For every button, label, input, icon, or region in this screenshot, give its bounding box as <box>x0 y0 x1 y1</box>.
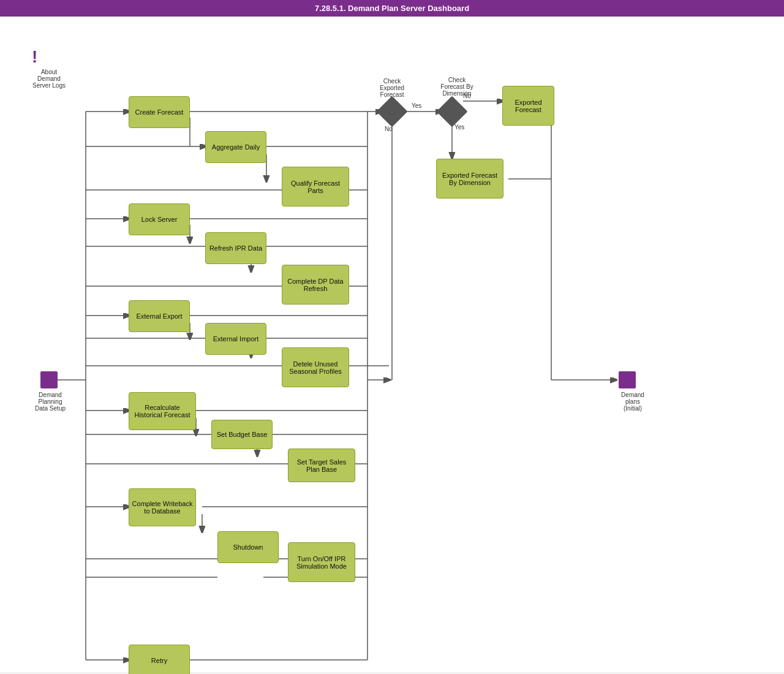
retry-box[interactable]: Retry <box>129 645 190 674</box>
exported-forecast-box[interactable]: Exported Forecast <box>502 86 554 126</box>
complete-writeback-box[interactable]: Complete Writeback to Database <box>129 488 196 526</box>
recalculate-historical-forecast-box[interactable]: Recalculate Historical Forecast <box>129 392 196 430</box>
exported-forecast-by-dimension-box[interactable]: Exported Forecast By Dimension <box>436 159 503 199</box>
title-text: 7.28.5.1. Demand Plan Server Dashboard <box>315 4 469 13</box>
demand-planning-data-setup-node <box>40 371 58 388</box>
demand-plans-initial-node <box>619 371 636 388</box>
demand-planning-data-setup-label: DemandPlanningData Setup <box>26 392 75 412</box>
external-export-box[interactable]: External Export <box>129 300 190 332</box>
yes-label-2: Yes <box>454 124 464 131</box>
check-exported-forecast-diamond <box>377 96 408 127</box>
no-label-2: No <box>385 126 393 132</box>
set-budget-base-box[interactable]: Set Budget Base <box>211 420 273 449</box>
about-icon: ! <box>32 47 37 67</box>
set-target-sales-plan-base-box[interactable]: Set Target Sales Plan Base <box>288 449 355 482</box>
no-label-1: No <box>463 93 471 99</box>
turn-on-off-ipr-simulation-mode-box[interactable]: Turn On/Off IPR Simulation Mode <box>288 542 355 582</box>
demand-plans-initial-label: Demandplans(Initial) <box>608 392 657 412</box>
delete-unused-seasonal-profiles-box[interactable]: Detele Unused Seasonal Profiles <box>282 347 349 387</box>
shutdown-box[interactable]: Shutdown <box>217 531 279 563</box>
refresh-ipr-data-box[interactable]: Refresh IPR Data <box>205 232 266 264</box>
create-forecast-box[interactable]: Create Forecast <box>129 96 190 128</box>
check-forecast-by-dimension-diamond <box>437 96 468 127</box>
about-logs-label[interactable]: AboutDemandServer Logs <box>21 69 77 89</box>
yes-label-1: Yes <box>412 102 421 109</box>
check-exported-forecast-label: CheckExportedForecast <box>368 78 417 98</box>
check-forecast-by-dimension-label: CheckForecast ByDimension <box>432 77 481 97</box>
qualify-forecast-parts-box[interactable]: Qualify Forecast Parts <box>282 167 349 206</box>
title-bar: 7.28.5.1. Demand Plan Server Dashboard <box>0 0 784 17</box>
external-import-box[interactable]: External Import <box>205 323 266 355</box>
complete-dp-data-refresh-box[interactable]: Complete DP Data Refresh <box>282 265 349 305</box>
lock-server-box[interactable]: Lock Server <box>129 203 190 235</box>
main-canvas: ! AboutDemandServer Logs DemandPlanningD… <box>0 17 784 672</box>
aggregate-daily-box[interactable]: Aggregate Daily <box>205 131 266 163</box>
